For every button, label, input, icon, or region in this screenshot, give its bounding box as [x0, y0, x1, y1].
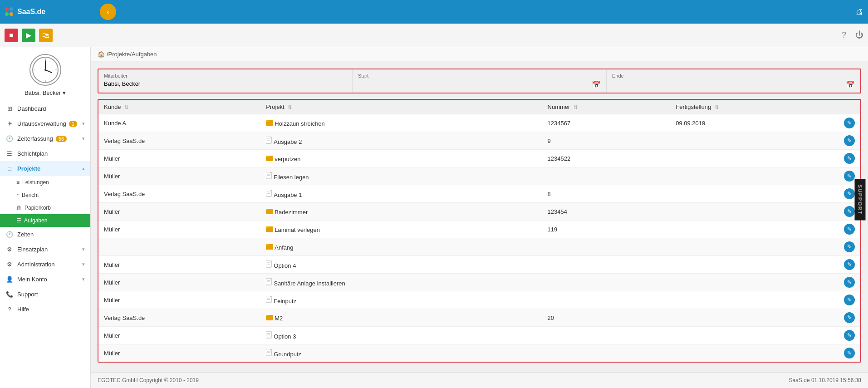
sidebar-nav: ⊞ Dashboard ✈ Urlaubsverwaltung 1 ▾ 🕐 Ze…: [0, 101, 90, 388]
cell-fertigstellung: [670, 238, 839, 256]
cell-action: ✎: [839, 150, 860, 167]
cell-projekt: Ausgabe 2: [260, 132, 542, 150]
help-icon[interactable]: ?: [842, 30, 846, 40]
bericht-icon: ↑: [16, 192, 19, 198]
edit-button[interactable]: ✎: [844, 153, 855, 164]
stop-button[interactable]: ■: [5, 29, 18, 42]
sidebar-item-papierkorb[interactable]: 🗑 Papierkorb: [0, 201, 90, 214]
sidebar-item-bericht[interactable]: ↑ Bericht: [0, 189, 90, 201]
power-icon[interactable]: ⏻: [855, 30, 863, 40]
col-fertigstellung-label: Fertigstellung: [676, 103, 711, 110]
sidebar-item-hilfe[interactable]: ? Hilfe: [0, 302, 90, 317]
table-row: Kunde A Holzzaun streichen 1234567 09.09…: [98, 114, 860, 132]
sidebar-item-dashboard[interactable]: ⊞ Dashboard: [0, 101, 90, 116]
sidebar-item-label: Schichtplan: [17, 150, 48, 157]
cell-projekt: verputzen: [260, 150, 542, 167]
urlaub-icon: ✈: [5, 120, 14, 127]
cell-fertigstellung: [670, 274, 839, 291]
zeiten-icon: 🕐: [5, 231, 14, 238]
sidebar-item-zeiten[interactable]: 🕐 Zeiten: [0, 227, 90, 242]
sidebar-item-support[interactable]: 📞 Support: [0, 287, 90, 302]
edit-button[interactable]: ✎: [844, 118, 855, 128]
employee-select[interactable]: Babsi, Becker: [104, 80, 347, 87]
cell-kunde: Verlag SaaS.de: [98, 309, 260, 327]
sidebar-sub-label: Leistungen: [22, 179, 49, 186]
bag-button[interactable]: 🛍: [39, 29, 53, 42]
sidebar-item-einsatzplan[interactable]: ⚙ Einsatzplan ▾: [0, 242, 90, 257]
start-calendar-icon[interactable]: 📅: [592, 80, 601, 89]
cell-kunde: Verlag SaaS.de: [98, 185, 260, 203]
cell-action: ✎: [839, 238, 860, 256]
svg-rect-10: [266, 120, 269, 122]
edit-button[interactable]: ✎: [844, 188, 855, 199]
col-fertigstellung[interactable]: Fertigstellung ⇅: [670, 100, 839, 114]
filter-end-group: Ende 📅: [607, 69, 860, 93]
edit-button[interactable]: ✎: [844, 241, 855, 252]
cell-nummer: [542, 327, 671, 344]
chevron-icon: ▾: [82, 246, 85, 252]
table-row: Müller Badezimmer 123454 ✎: [98, 203, 860, 221]
svg-rect-28: [266, 226, 269, 228]
col-nummer[interactable]: Nummer ⇅: [542, 100, 671, 114]
sidebar-item-label: Urlaubsverwaltung: [17, 120, 66, 127]
play-button[interactable]: ▶: [22, 29, 35, 42]
cell-nummer: 1234522: [542, 150, 671, 167]
back-button[interactable]: ‹: [100, 4, 116, 20]
col-kunde[interactable]: Kunde ⇅: [98, 100, 260, 114]
table-row: Müller Option 3 ✎: [98, 327, 860, 344]
home-icon[interactable]: 🏠: [98, 51, 105, 58]
sidebar-item-urlaubsverwaltung[interactable]: ✈ Urlaubsverwaltung 1 ▾: [0, 116, 90, 131]
edit-button[interactable]: ✎: [844, 171, 855, 182]
cell-projekt: Holzzaun streichen: [260, 114, 542, 132]
cell-kunde: Müller: [98, 203, 260, 221]
table-row: Müller Grundputz ✎: [98, 344, 860, 362]
edit-button[interactable]: ✎: [844, 135, 855, 146]
table-row: Müller Option 4 ✎: [98, 256, 860, 274]
cell-nummer: 20: [542, 309, 671, 327]
sidebar-item-aufgaben[interactable]: ☰ Aufgaben: [0, 214, 90, 227]
sidebar-item-schichtplan[interactable]: ☰ Schichtplan: [0, 146, 90, 161]
sidebar-item-administration[interactable]: ⚙ Administration ▾: [0, 257, 90, 272]
table-row: Verlag SaaS.de Ausgabe 1 8 ✎: [98, 185, 860, 203]
cell-projekt: Sanitäre Anlage installieren: [260, 274, 542, 291]
top-bar: SaaS.de ‹ 🖨: [0, 0, 868, 24]
konto-icon: 👤: [5, 276, 14, 283]
sidebar-item-mein-konto[interactable]: 👤 Mein Konto ▾: [0, 272, 90, 287]
edit-button[interactable]: ✎: [844, 206, 855, 217]
end-input[interactable]: [612, 81, 846, 88]
end-calendar-icon[interactable]: 📅: [846, 80, 855, 89]
sidebar-item-leistungen[interactable]: ≡ Leistungen: [0, 176, 90, 189]
edit-button[interactable]: ✎: [844, 312, 855, 323]
chevron-icon: ▾: [82, 136, 85, 142]
sidebar-item-zeiterfassung[interactable]: 🕐 Zeiterfassung 56 ▾: [0, 131, 90, 146]
svg-rect-16: [266, 156, 269, 157]
col-projekt[interactable]: Projekt ⇅: [260, 100, 542, 114]
main-layout: Babsi, Becker ▾ ⊞ Dashboard ✈ Urlaubsver…: [0, 47, 868, 388]
user-name[interactable]: Babsi, Becker ▾: [25, 89, 66, 96]
print-icon[interactable]: 🖨: [855, 7, 863, 17]
sidebar-item-label: Administration: [17, 261, 54, 268]
user-chevron: ▾: [63, 89, 66, 96]
cell-fertigstellung: [670, 167, 839, 185]
sidebar-item-projekte[interactable]: □ Projekte ▴: [0, 161, 90, 176]
sidebar-item-label: Dashboard: [17, 105, 46, 112]
support-tab[interactable]: SUPPORT: [855, 179, 866, 220]
filter-employee-group: Mitarbeiter Babsi, Becker: [98, 69, 353, 93]
sidebar-sub-label: Papierkorb: [25, 205, 51, 211]
edit-button[interactable]: ✎: [844, 330, 855, 341]
start-input[interactable]: [358, 81, 592, 88]
edit-button[interactable]: ✎: [844, 259, 855, 270]
sidebar-item-label: Support: [17, 291, 38, 298]
cell-kunde: Müller: [98, 274, 260, 291]
table-row: Müller verputzen 1234522 ✎: [98, 150, 860, 167]
cell-fertigstellung: 09.09.2019: [670, 114, 839, 132]
einsatz-icon: ⚙: [5, 246, 14, 253]
aufgaben-icon: ☰: [16, 217, 21, 224]
edit-button[interactable]: ✎: [844, 348, 855, 359]
edit-button[interactable]: ✎: [844, 224, 855, 235]
edit-button[interactable]: ✎: [844, 295, 855, 305]
cell-nummer: 123454: [542, 203, 671, 221]
edit-button[interactable]: ✎: [844, 277, 855, 288]
cell-fertigstellung: [670, 150, 839, 167]
cell-fertigstellung: [670, 344, 839, 362]
